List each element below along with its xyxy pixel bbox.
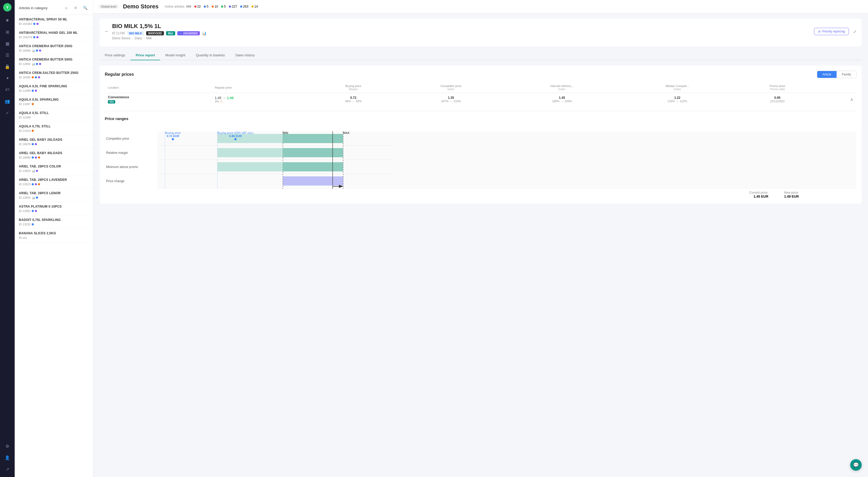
- breadcrumb: Demo Stores › Dairy › Milk: [112, 36, 207, 40]
- buying-price-annotation: Buying price 0.72 EUR: [165, 131, 181, 140]
- arrow-icon3: →: [450, 99, 452, 103]
- svg-text:Competitor price: Competitor price: [106, 137, 129, 141]
- list-item[interactable]: ARIEL TAB. 28PCS LAVENDER ID 13023: [15, 175, 93, 189]
- priority-icon: ⇄: [818, 30, 820, 33]
- list-item[interactable]: ARIEL GEL BABY 20LOADS ID 16978: [15, 135, 93, 149]
- dot-blue: [33, 23, 35, 25]
- list-item[interactable]: ARIEL GEL BABY 40LOADS ID 16990: [15, 149, 93, 162]
- arrow-right-icon: →: [179, 32, 182, 35]
- svg-rect-17: [283, 162, 343, 171]
- col-buying-price: Buying priceMargin: [309, 82, 398, 93]
- sidebar-header-title: Articles in category: [19, 6, 48, 10]
- sidebar-header-icons: ☺ ⚟ 🔍: [63, 4, 89, 11]
- tab-quantity-baskets[interactable]: Quantity in baskets: [191, 51, 230, 60]
- cell-promo-price: 0.95 21/11/2022: [735, 93, 820, 106]
- stat-purple: 227: [229, 5, 237, 8]
- nav-user-icon[interactable]: 👤: [3, 453, 12, 462]
- list-item[interactable]: ASTRA PLATINUM II 10PCS ID 12981: [15, 202, 93, 215]
- dot-purple: [36, 23, 38, 25]
- cell-location: Convenience Mid: [105, 93, 212, 106]
- article-meta: ID 11745 BIO MILK BIOFOOD Mid → 24/10/20…: [112, 31, 207, 35]
- list-item[interactable]: AQUILA 0,75L STILL ID 11410: [15, 122, 93, 135]
- article-header: ← BIO MILK 1,5% 1L ID 11745 BIO MILK BIO…: [99, 19, 862, 47]
- buying-price-vat-dot: [235, 138, 237, 140]
- list-item[interactable]: ANTICA CREM.SALTED BUTTER 250G ID 18365: [15, 68, 93, 82]
- chart-mini-icon: 📊: [32, 196, 35, 199]
- panel-title: Regular prices: [105, 72, 134, 77]
- priority-repricing-button[interactable]: ⇄ Priority repricing: [814, 28, 849, 35]
- svg-rect-18: [283, 176, 343, 185]
- list-item[interactable]: ANTIBARCTERIAL HAND GEL 100 ml ID 154276: [15, 28, 93, 42]
- price-ranges-chart: Buying price 0.72 EUR Buying price (20% …: [105, 131, 857, 199]
- price-ranges-title: Price ranges: [105, 116, 857, 121]
- tab-price-report[interactable]: Price report: [130, 51, 160, 60]
- min-label: MIN: [283, 131, 288, 135]
- main-content: Global level Demo Stores Active articles…: [93, 0, 868, 477]
- expand-button[interactable]: ⤢: [853, 29, 857, 34]
- list-item[interactable]: ARIEL TAB. 28PCS LENOR ID 13054 📊: [15, 189, 93, 202]
- cell-competitor-price: 1.35 107% → 110%: [398, 93, 504, 106]
- list-item[interactable]: ANTIBACTERIAL SPRAY 50 ml ID 154364: [15, 15, 93, 28]
- tab-price-settings[interactable]: Price settings: [99, 51, 130, 60]
- buying-price-dot: [172, 138, 174, 140]
- list-item[interactable]: ANTICA CREMERIA BUTTER 500G ID 12882 📊: [15, 55, 93, 68]
- nav-menu-icon[interactable]: ≡: [3, 16, 12, 25]
- stat-green: 5: [221, 5, 226, 8]
- col-promo-price: Promo pricePromo date: [735, 82, 820, 93]
- nav-people-icon[interactable]: 👥: [3, 96, 12, 106]
- sidebar-filter-icon[interactable]: ⚟: [72, 4, 80, 11]
- stat-orange: 10: [212, 5, 218, 8]
- back-button[interactable]: ←: [105, 29, 109, 34]
- dot-blue: [33, 36, 35, 38]
- nav-lock-icon[interactable]: 🔒: [3, 62, 12, 71]
- nav-grid-icon[interactable]: ⊞: [3, 27, 12, 37]
- app-logo[interactable]: Y: [3, 3, 11, 11]
- col-expand: [820, 82, 857, 93]
- tab-model-insight[interactable]: Model insight: [160, 51, 191, 60]
- tab-sales-history[interactable]: Sales history: [230, 51, 260, 60]
- col-location: Location: [105, 82, 212, 93]
- svg-text:Price change: Price change: [106, 179, 124, 183]
- list-item[interactable]: BADOIT 0,75L SPARKLING ID 13232: [15, 215, 93, 229]
- chat-bubble[interactable]: 💬: [850, 459, 862, 471]
- nav-tag-icon[interactable]: 🏷: [3, 85, 12, 94]
- warning-icon: ⚠: [220, 100, 222, 103]
- col-median-comp: Median Competi...Index: [620, 82, 735, 93]
- list-item[interactable]: ANTICA CREMERIA BUTTER 250G ID 18366 📊: [15, 42, 93, 55]
- cell-expand: ∧: [820, 93, 857, 106]
- dot-purple: [36, 36, 38, 38]
- nav-star-icon[interactable]: ✦: [3, 73, 12, 83]
- article-tag-biofood: BIOFOOD: [146, 31, 164, 35]
- topbar-title: Demo Stores: [123, 3, 158, 10]
- nav-list-icon[interactable]: ☰: [3, 50, 12, 60]
- row-expand-button[interactable]: ∧: [850, 97, 853, 102]
- nav-bar-chart-icon[interactable]: ▦: [3, 39, 12, 48]
- tab-bar: Price settings Price report Model insigh…: [99, 51, 862, 60]
- list-item[interactable]: AQUILA 0,5L STILL ID 11099: [15, 109, 93, 122]
- svg-rect-13: [283, 134, 343, 143]
- list-item[interactable]: BANANA SLICES 2,5KG ID xxx: [15, 229, 93, 242]
- chart-mini-icon: 📊: [32, 170, 35, 173]
- nav-check-icon[interactable]: ✓: [3, 108, 12, 117]
- svg-text:Minimum above promo: Minimum above promo: [106, 165, 138, 169]
- cell-internal-ref: 1.45 100% → 103%: [504, 93, 619, 106]
- sidebar-search-icon[interactable]: 🔍: [82, 4, 89, 11]
- stat-yellow: 14: [251, 5, 258, 8]
- current-price-label: Current price: 1.45 EUR: [749, 191, 769, 199]
- list-item[interactable]: AQUILA 0,5L FINE SPARKLING ID 11098: [15, 82, 93, 95]
- chart-mini-icon: 📊: [32, 49, 35, 52]
- col-internal-ref: Internal referenc...Index: [504, 82, 619, 93]
- article-tag-biomilk: BIO MILK: [127, 31, 144, 35]
- arrow-icon2: →: [352, 99, 354, 103]
- list-item[interactable]: ARIEL TAB. 28PCS COLOR ID 13053 📊: [15, 162, 93, 175]
- stat-blue2: 263: [240, 5, 248, 8]
- sidebar-header: Articles in category ☺ ⚟ 🔍: [15, 0, 93, 15]
- family-toggle-button[interactable]: Family: [837, 71, 856, 78]
- nav-share-icon[interactable]: ↗: [3, 465, 12, 474]
- nav-settings-icon[interactable]: ⚙: [3, 441, 12, 451]
- list-item[interactable]: AQUILA 0,5L SPARKLING ID 11097: [15, 95, 93, 109]
- sidebar-person-icon[interactable]: ☺: [63, 4, 70, 11]
- article-toggle-button[interactable]: Article: [817, 71, 836, 78]
- active-articles-label: Active articles: 440: [165, 5, 191, 8]
- topbar: Global level Demo Stores Active articles…: [93, 0, 868, 13]
